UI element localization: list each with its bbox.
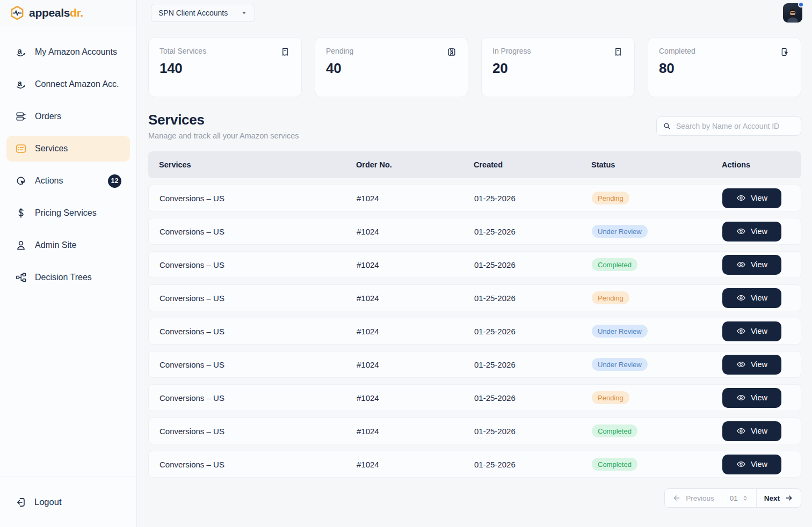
view-button[interactable]: View: [722, 255, 781, 275]
cell-order-no: #1024: [357, 327, 474, 336]
status-badge: Under Review: [592, 325, 648, 338]
sidebar-item-label: Connect Amazon Acc.: [35, 79, 119, 89]
table-row: Conversions – US #1024 01-25-2026 Comple…: [148, 251, 801, 278]
cell-service: Conversions – US: [160, 227, 357, 236]
cell-service: Conversions – US: [160, 460, 357, 469]
user-avatar[interactable]: [783, 3, 802, 23]
account-selector[interactable]: SPN Client Accounts: [151, 4, 255, 22]
up-down-icon: [742, 495, 749, 502]
table-header-row: Services Order No. Created Status Action…: [148, 151, 801, 178]
page-number-stepper[interactable]: 01: [722, 489, 757, 507]
receipt-icon: [280, 47, 291, 57]
page-number: 01: [730, 494, 738, 502]
cell-order-no: #1024: [357, 427, 474, 436]
notification-badge: 12: [108, 174, 121, 188]
cursor-click-icon: [15, 175, 27, 187]
next-page-button[interactable]: Next: [757, 489, 801, 507]
chevron-down-icon: [241, 10, 248, 17]
cell-service: Conversions – US: [160, 294, 357, 303]
status-badge: Completed: [592, 258, 637, 271]
sidebar-item-services[interactable]: Services: [6, 136, 130, 162]
page-subtitle: Manage and track all your Amazon service…: [148, 131, 299, 140]
sidebar-item-connect-amazon-acc[interactable]: a Connect Amazon Acc.: [6, 71, 130, 97]
eye-icon: [736, 226, 746, 236]
arrow-left-icon: [672, 494, 681, 502]
view-button[interactable]: View: [722, 288, 781, 308]
view-button[interactable]: View: [722, 455, 781, 474]
column-header-created: Created: [474, 160, 591, 169]
search-box: [656, 116, 801, 136]
stat-value: 140: [160, 60, 291, 77]
cell-created: 01-25-2026: [474, 194, 592, 203]
table-row: Conversions – US #1024 01-25-2026 Comple…: [148, 418, 801, 444]
view-button[interactable]: View: [722, 355, 781, 375]
view-button[interactable]: View: [722, 188, 781, 208]
eye-icon: [736, 393, 746, 402]
stat-card-pending: Pending 40: [315, 37, 468, 97]
search-icon: [663, 122, 671, 130]
view-button[interactable]: View: [722, 222, 781, 241]
file-cursor-icon: [779, 47, 790, 57]
table-row: Conversions – US #1024 01-25-2026 Pendin…: [148, 284, 801, 311]
dollar-icon: [15, 207, 27, 219]
stat-card-total-services: Total Services 140: [148, 37, 302, 97]
cell-order-no: #1024: [357, 294, 474, 303]
stat-value: 20: [492, 60, 624, 77]
sidebar-item-my-amazon-accounts[interactable]: a My Amazon Accounts: [6, 39, 130, 65]
main-content: Total Services 140 Pending 40 In Progres…: [137, 26, 812, 508]
view-button[interactable]: View: [722, 421, 781, 441]
stat-label: Total Services: [160, 47, 206, 55]
sidebar-item-admin-site[interactable]: Admin Site: [6, 232, 130, 258]
sidebar-item-pricing-services[interactable]: Pricing Services: [6, 200, 130, 226]
table-row: Conversions – US #1024 01-25-2026 Under …: [148, 218, 801, 245]
next-label: Next: [764, 494, 780, 502]
cell-created: 01-25-2026: [474, 327, 592, 336]
cell-service: Conversions – US: [160, 260, 357, 269]
cell-service: Conversions – US: [160, 360, 357, 369]
sidebar-item-actions[interactable]: Actions 12: [6, 168, 130, 194]
table-row: Conversions – US #1024 01-25-2026 Under …: [148, 318, 801, 345]
logout-label: Logout: [34, 497, 61, 507]
status-badge: Completed: [592, 424, 637, 437]
online-status-dot: [798, 2, 804, 8]
cell-created: 01-25-2026: [474, 393, 592, 402]
column-header-status: Status: [591, 160, 722, 169]
logout-icon: [15, 496, 27, 508]
cell-created: 01-25-2026: [474, 294, 592, 303]
table-body: Conversions – US #1024 01-25-2026 Pendin…: [148, 185, 801, 478]
status-badge: Completed: [592, 458, 637, 471]
eye-icon: [736, 293, 746, 303]
cell-service: Conversions – US: [160, 393, 357, 402]
view-button[interactable]: View: [722, 388, 781, 408]
logout-button[interactable]: Logout: [15, 496, 61, 508]
sidebar-item-label: Pricing Services: [35, 208, 97, 218]
table-row: Conversions – US #1024 01-25-2026 Pendin…: [148, 384, 801, 411]
view-button[interactable]: View: [722, 321, 781, 341]
brand-logo[interactable]: appealsdr.: [10, 5, 83, 20]
stat-card-in-progress: In Progress 20: [481, 37, 635, 97]
services-table: Services Order No. Created Status Action…: [148, 151, 801, 478]
previous-page-button[interactable]: Previous: [665, 489, 722, 507]
sidebar-item-label: Actions: [35, 176, 63, 186]
page-title: Services: [148, 112, 299, 128]
sidebar-item-orders[interactable]: Orders: [6, 104, 130, 129]
cell-order-no: #1024: [357, 393, 474, 402]
cell-created: 01-25-2026: [474, 227, 592, 236]
status-badge: Under Review: [592, 225, 648, 238]
receipt-icon: [613, 47, 624, 57]
sidebar-item-label: Orders: [35, 112, 61, 121]
sidebar-item-decision-trees[interactable]: Decision Trees: [6, 265, 130, 290]
orders-icon: [15, 111, 27, 122]
cell-order-no: #1024: [357, 260, 474, 269]
stat-value: 80: [659, 60, 790, 77]
cell-order-no: #1024: [357, 360, 474, 369]
eye-icon: [736, 193, 746, 203]
stat-label: In Progress: [492, 47, 531, 55]
stats-row: Total Services 140 Pending 40 In Progres…: [148, 37, 801, 97]
status-badge: Pending: [592, 192, 629, 204]
search-input[interactable]: [676, 122, 795, 130]
stat-value: 40: [326, 60, 457, 77]
table-row: Conversions – US #1024 01-25-2026 Under …: [148, 351, 801, 378]
cell-service: Conversions – US: [160, 327, 357, 336]
sidebar: appealsdr. a My Amazon Accounts a Connec…: [0, 0, 137, 527]
